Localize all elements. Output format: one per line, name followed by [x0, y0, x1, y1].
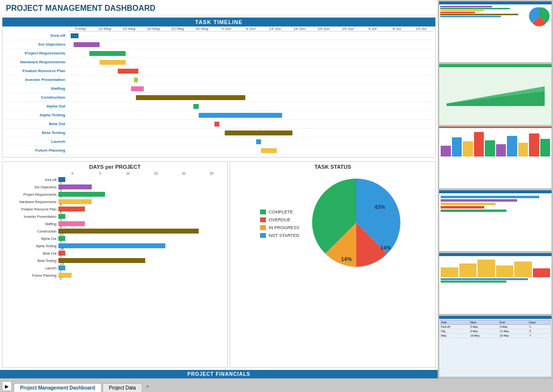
timeline-row-6: Staffing: [4, 84, 433, 93]
timeline-row-11: Beta Testing: [4, 129, 433, 137]
task-bar-area-10: [68, 120, 433, 129]
timeline-row-5: Investor Presentation: [4, 76, 433, 84]
task-bar-area-1: [68, 40, 433, 49]
tc-h3: End: [500, 320, 529, 325]
bar-row-7: Construction21: [4, 228, 225, 235]
thumbnail-5: [439, 253, 552, 314]
thumbnail-6: Task Start End Days Kick-off5-May6-May1 …: [439, 315, 552, 377]
bar-track-0: 1: [58, 177, 225, 182]
date-label-9-Jun: 9-Jun: [238, 26, 263, 31]
th5-2: [459, 263, 477, 277]
bar-value-5: 1: [60, 218, 62, 221]
task-bar-area-2: [68, 49, 433, 58]
bar-row-2: Project Requirements7: [4, 191, 225, 198]
task-bar-area-12: [68, 137, 433, 146]
thumbnail-3: [439, 127, 552, 189]
timeline-row-13: Future Planning: [4, 146, 433, 155]
dashboard-body: TASK TIMELINE 5-May10-May15-May20-May25-…: [0, 15, 438, 378]
bar-fill-0: 1: [58, 177, 65, 182]
tb3-10: [540, 139, 551, 157]
bar-value-9: 16: [60, 247, 64, 251]
task-label-13: Future Planning: [4, 148, 68, 153]
bar-label-5: Investor Presentation: [4, 215, 58, 218]
bar-track-13: 2: [58, 273, 225, 278]
tb3-3: [463, 141, 473, 156]
task-bar-5: [134, 78, 138, 82]
date-label-4-Jul: 4-Jul: [360, 26, 385, 31]
timeline-row-3: Hardware Requirements: [4, 58, 433, 67]
tb3-9: [529, 133, 539, 157]
date-label-25-May: 25-May: [165, 26, 190, 31]
bar-value-1: 5: [60, 188, 62, 192]
thumb-content-1: [439, 4, 552, 30]
legend-label-2: IN PROGRESS: [268, 225, 299, 230]
legend-color-2: [260, 225, 266, 230]
date-label-15-May: 15-May: [117, 26, 141, 31]
bar-row-3: Hardware Requirements5: [4, 198, 225, 205]
th4-3: [441, 203, 496, 205]
bar-row-11: Beta Testing13: [4, 257, 225, 264]
th5-4: [496, 265, 514, 277]
thumb-content-2: [439, 67, 552, 125]
timeline-row-9: Alpha Testing: [4, 111, 433, 120]
task-bar-7: [136, 95, 245, 100]
dashboard-title: PROJECT MANAGEMENT DASHBOARD: [6, 4, 432, 13]
timeline-row-0: Kick-off: [4, 31, 433, 40]
task-label-3: Hardware Requirements: [4, 60, 68, 64]
task-bar-12: [256, 139, 262, 144]
date-label-20-May: 20-May: [141, 26, 166, 31]
task-bar-3: [100, 60, 126, 65]
tab-project-management[interactable]: Project Management Dashboard: [14, 383, 102, 392]
task-bar-area-5: [68, 76, 433, 84]
bar-fill-1: 5: [58, 184, 92, 189]
bar-fill-11: 13: [58, 258, 145, 263]
thumb-content-4: [439, 193, 552, 214]
svg-text:43%: 43%: [374, 204, 385, 210]
pie-legend: COMPLETEOVERDUEIN PROGRESSNOT STARTED: [260, 209, 299, 238]
timeline-row-2: Project Requirements: [4, 49, 433, 58]
bar-track-1: 5: [58, 184, 225, 189]
tl5: [440, 14, 518, 15]
bar-row-12: Launch1: [4, 264, 225, 271]
days-chart-title: DAYS per PROJECT: [4, 164, 225, 170]
tb3-5: [485, 140, 495, 157]
task-status-section: TASK STATUS COMPLETEOVERDUEIN PROGRESSNO…: [230, 161, 436, 368]
task-label-4: Finalize Resource Plan: [4, 69, 68, 73]
thumb-row-2: Obj.6-May11-May5: [441, 329, 551, 334]
bar-fill-8: 1: [58, 236, 65, 241]
tb3-7: [507, 136, 517, 156]
timeline-row-7: Construction: [4, 93, 433, 102]
bar-label-11: Beta Testing: [4, 259, 58, 262]
pie-area: COMPLETEOVERDUEIN PROGRESSNOT STARTED: [232, 172, 433, 276]
tc-h4: Days: [529, 320, 551, 325]
bar-label-4: Finalize Resource Plan: [4, 208, 58, 211]
tab-project-data[interactable]: Project Data: [103, 383, 142, 392]
bar-label-6: Staffing: [4, 222, 58, 226]
task-label-2: Project Requirements: [4, 51, 68, 55]
th5-6: [533, 268, 551, 277]
tc-h1: Task: [441, 320, 470, 325]
tl4: [440, 12, 475, 13]
tab-add-button[interactable]: +: [143, 382, 152, 391]
bar-label-10: Beta Out: [4, 252, 58, 255]
bar-fill-6: 4: [58, 221, 85, 226]
timeline-row-10: Beta Out: [4, 120, 433, 129]
legend-color-0: [260, 209, 266, 214]
tl3: [440, 10, 484, 11]
task-label-8: Alpha Out: [4, 104, 68, 108]
thumb-content-6: Task Start End Days Kick-off5-May6-May1 …: [439, 319, 552, 339]
thumb-row-3: Req.15-May22-May7: [441, 334, 551, 338]
tab-prev-arrow[interactable]: ▶: [2, 381, 12, 391]
bar-label-2: Project Requirements: [4, 193, 58, 196]
bar-track-5: 1: [58, 214, 225, 219]
bottom-banner: PROJECT FINANCIALS: [0, 370, 438, 378]
svg-marker-4: [447, 91, 545, 106]
timeline-row-12: Launch: [4, 137, 433, 146]
svg-text:14%: 14%: [341, 256, 352, 262]
th4-1: [441, 196, 539, 198]
legend-color-1: [260, 217, 266, 222]
thumb-content-3: [439, 128, 552, 158]
timeline-title: TASK TIMELINE: [2, 18, 435, 26]
task-bar-11: [225, 131, 292, 135]
th4-4: [441, 206, 484, 209]
